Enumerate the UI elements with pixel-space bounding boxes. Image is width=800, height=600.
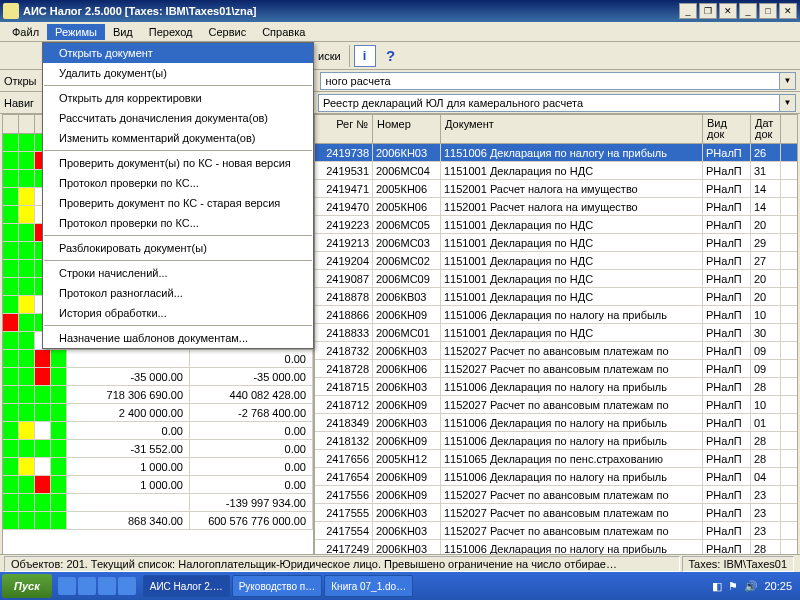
app-icon bbox=[3, 3, 19, 19]
table-row[interactable]: 24187122006КН091152027 Расчет по авансов… bbox=[315, 396, 797, 414]
table-row[interactable]: 24188332006МС011151001 Декларация по НДС… bbox=[315, 324, 797, 342]
tray-icon[interactable]: 🔊 bbox=[744, 580, 758, 593]
cell-dk: 1152027 Расчет по авансовым платежам по bbox=[441, 522, 703, 539]
table-row[interactable]: 24194712005КН061152001 Расчет налога на … bbox=[315, 180, 797, 198]
table-row[interactable]: 24176542006КН091151006 Декларация по нал… bbox=[315, 468, 797, 486]
taskbar-item[interactable]: Руководство п… bbox=[232, 575, 323, 597]
table-row[interactable]: -35 000.00-35 000.00 bbox=[3, 368, 313, 386]
table-row[interactable]: 24181322006КН091151006 Декларация по нал… bbox=[315, 432, 797, 450]
cell-rn: 2418728 bbox=[315, 360, 373, 377]
table-row[interactable]: 24187322006КН031152027 Расчет по авансов… bbox=[315, 342, 797, 360]
menu-режимы[interactable]: Режимы bbox=[47, 24, 105, 40]
menu-item[interactable]: Протокол проверки по КС... bbox=[43, 213, 313, 233]
menu-сервис[interactable]: Сервис bbox=[200, 24, 254, 40]
cell-nm: 2006КН03 bbox=[373, 522, 441, 539]
tray-icon[interactable]: ⚑ bbox=[728, 580, 738, 593]
filter-combo-1[interactable]: ного расчета ▼ bbox=[320, 72, 796, 90]
table-row[interactable]: 24192232006МС051151001 Декларация по НДС… bbox=[315, 216, 797, 234]
ql-icon[interactable] bbox=[118, 577, 136, 595]
cell-dt: 01 bbox=[751, 414, 781, 431]
menu-item[interactable]: Назначение шаблонов документам... bbox=[43, 328, 313, 348]
table-row[interactable]: -31 552.000.00 bbox=[3, 440, 313, 458]
col-reg[interactable]: Рег № bbox=[315, 115, 373, 143]
cell-vd: РНалП bbox=[703, 468, 751, 485]
left-col-sq2[interactable] bbox=[19, 115, 35, 133]
table-row[interactable]: 24187282006КН061152027 Расчет по авансов… bbox=[315, 360, 797, 378]
table-row[interactable]: 24195312006МС041151001 Декларация по НДС… bbox=[315, 162, 797, 180]
menu-item[interactable]: Открыть для корректировки bbox=[43, 88, 313, 108]
minimize-button[interactable]: _ bbox=[679, 3, 697, 19]
menu-item[interactable]: История обработки... bbox=[43, 303, 313, 323]
table-row[interactable]: 24192042006МС021151001 Декларация по НДС… bbox=[315, 252, 797, 270]
cell-vd: РНалП bbox=[703, 234, 751, 251]
table-row[interactable]: 24190872006МС091151001 Декларация по НДС… bbox=[315, 270, 797, 288]
table-row[interactable]: 24197382006КН031151006 Декларация по нал… bbox=[315, 144, 797, 162]
table-row[interactable]: 24175542006КН031152027 Расчет по авансов… bbox=[315, 522, 797, 540]
cell-vd: РНалП bbox=[703, 270, 751, 287]
table-row[interactable]: 868 340.00600 576 776 000.00 bbox=[3, 512, 313, 530]
col-vid[interactable]: Вид док bbox=[703, 115, 751, 143]
table-row[interactable]: 1 000.000.00 bbox=[3, 476, 313, 494]
taskbar-item[interactable]: АИС Налог 2.… bbox=[143, 575, 230, 597]
close-window-button[interactable]: ✕ bbox=[719, 3, 737, 19]
status-square bbox=[3, 170, 19, 187]
cell-rn: 2419470 bbox=[315, 198, 373, 215]
ql-icon[interactable] bbox=[78, 577, 96, 595]
left-col-sq1[interactable] bbox=[3, 115, 19, 133]
navigation-combo[interactable]: Реестр деклараций ЮЛ для камерального ра… bbox=[318, 94, 796, 112]
maximize-button[interactable]: □ bbox=[759, 3, 777, 19]
minimize2-button[interactable]: _ bbox=[739, 3, 757, 19]
col-dokument[interactable]: Документ bbox=[441, 115, 703, 143]
cell-nm: 2006КН03 bbox=[373, 504, 441, 521]
menu-item[interactable]: Открыть документ bbox=[43, 43, 313, 63]
table-row[interactable]: 718 306 690.00440 082 428.00 bbox=[3, 386, 313, 404]
cell-vd: РНалП bbox=[703, 252, 751, 269]
chevron-down-icon[interactable]: ▼ bbox=[779, 95, 795, 111]
taskbar-item[interactable]: Книга 07_1.do… bbox=[324, 575, 413, 597]
help-icon[interactable]: ? bbox=[380, 45, 402, 67]
menu-файл[interactable]: Файл bbox=[4, 24, 47, 40]
table-row[interactable]: 0.00 bbox=[3, 350, 313, 368]
ql-icon[interactable] bbox=[98, 577, 116, 595]
col-dat[interactable]: Дат док bbox=[751, 115, 781, 143]
menu-item[interactable]: Протокол проверки по КС... bbox=[43, 173, 313, 193]
menu-item[interactable]: Строки начислений... bbox=[43, 263, 313, 283]
table-row[interactable]: 1 000.000.00 bbox=[3, 458, 313, 476]
table-row[interactable]: 2 400 000.00-2 768 400.00 bbox=[3, 404, 313, 422]
table-row[interactable]: 24188662006КН091151006 Декларация по нал… bbox=[315, 306, 797, 324]
status-square bbox=[19, 494, 35, 511]
menu-справка[interactable]: Справка bbox=[254, 24, 313, 40]
close-button[interactable]: ✕ bbox=[779, 3, 797, 19]
menu-item[interactable]: Рассчитать доначисления документа(ов) bbox=[43, 108, 313, 128]
menu-item[interactable]: Протокол разногласий... bbox=[43, 283, 313, 303]
col-nomer[interactable]: Номер bbox=[373, 115, 441, 143]
table-row[interactable]: 24176562005КН121151065 Декларация по пен… bbox=[315, 450, 797, 468]
menu-вид[interactable]: Вид bbox=[105, 24, 141, 40]
table-row[interactable]: 24175552006КН031152027 Расчет по авансов… bbox=[315, 504, 797, 522]
table-row[interactable]: 24194702005КН061152001 Расчет налога на … bbox=[315, 198, 797, 216]
table-row[interactable]: 24175562006КН091152027 Расчет по авансов… bbox=[315, 486, 797, 504]
info-icon[interactable]: i bbox=[354, 45, 376, 67]
table-row[interactable]: 24187152006КН031151006 Декларация по нал… bbox=[315, 378, 797, 396]
menu-item[interactable]: Проверить документ по КС - старая версия bbox=[43, 193, 313, 213]
menu-переход[interactable]: Переход bbox=[141, 24, 201, 40]
cell-vd: РНалП bbox=[703, 414, 751, 431]
chevron-down-icon[interactable]: ▼ bbox=[779, 73, 795, 89]
menu-separator bbox=[44, 235, 312, 236]
table-row[interactable]: 24188782006КВ031151001 Декларация по НДС… bbox=[315, 288, 797, 306]
start-button[interactable]: Пуск bbox=[2, 574, 52, 598]
ql-icon[interactable] bbox=[58, 577, 76, 595]
status-main: Объектов: 201. Текущий список: Налогопла… bbox=[4, 556, 680, 572]
menu-item[interactable]: Проверить документ(ы) по КС - новая верс… bbox=[43, 153, 313, 173]
status-square bbox=[19, 386, 35, 403]
menu-item[interactable]: Изменить комментарий документа(ов) bbox=[43, 128, 313, 148]
menu-item[interactable]: Разблокировать документ(ы) bbox=[43, 238, 313, 258]
menu-item[interactable]: Удалить документ(ы) bbox=[43, 63, 313, 83]
restore-button[interactable]: ❐ bbox=[699, 3, 717, 19]
table-row[interactable]: 24192132006МС031151001 Декларация по НДС… bbox=[315, 234, 797, 252]
status-square bbox=[3, 242, 19, 259]
table-row[interactable]: -139 997 934.00 bbox=[3, 494, 313, 512]
table-row[interactable]: 0.000.00 bbox=[3, 422, 313, 440]
table-row[interactable]: 24183492006КН031151006 Декларация по нал… bbox=[315, 414, 797, 432]
tray-icon[interactable]: ◧ bbox=[712, 580, 722, 593]
